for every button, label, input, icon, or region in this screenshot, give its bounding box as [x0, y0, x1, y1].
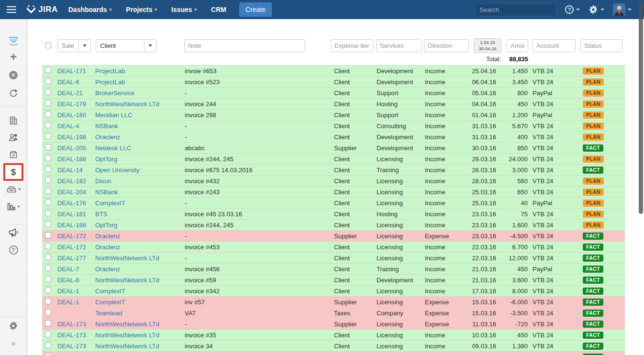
date-range-button[interactable]: 1.04.15 30.04.16	[474, 38, 501, 53]
table-row[interactable]: DEAL-4 NSBank - Client Consulting Income…	[42, 121, 625, 132]
client-link[interactable]: Netdesk LLC	[95, 144, 131, 152]
client-link[interactable]: Oraclenz	[95, 244, 120, 251]
table-row[interactable]: DEAL-188 OptTorg invoice #244, 245 Clien…	[42, 154, 625, 165]
client-link[interactable]: OptTorg	[95, 222, 117, 229]
row-checkbox[interactable]	[45, 342, 51, 348]
expense-items-filter-input[interactable]	[331, 39, 373, 52]
row-checkbox[interactable]	[45, 243, 51, 249]
settings-menu[interactable]	[588, 5, 604, 14]
table-row[interactable]: DEAL-172 Oraclenz - Supplier Licensing E…	[42, 231, 625, 242]
deal-link[interactable]: DEAL-182	[57, 178, 86, 185]
sale-filter-dropdown[interactable]: Sale	[57, 39, 91, 52]
search-input[interactable]	[476, 6, 567, 13]
table-row[interactable]: Teamlead - Office Company Expense 09.03.…	[42, 352, 625, 355]
amount-filter-input[interactable]	[507, 39, 528, 52]
client-link[interactable]: ComplexIT	[95, 288, 125, 295]
sidebar-crm-logo-icon[interactable]	[0, 34, 27, 46]
row-checkbox[interactable]	[45, 111, 51, 117]
row-checkbox[interactable]	[45, 166, 51, 172]
menu-item[interactable]: Projects ▾	[126, 6, 157, 13]
deal-link[interactable]: DEAL-172	[57, 244, 86, 251]
client-link[interactable]: NorthWestNetwork LTd	[95, 100, 159, 108]
client-link[interactable]: NSBank	[95, 189, 118, 196]
deal-link[interactable]: DEAL-198	[57, 133, 86, 141]
client-link[interactable]: Meridian LLC	[95, 111, 132, 119]
row-checkbox[interactable]	[45, 89, 51, 95]
user-menu[interactable]	[613, 3, 632, 16]
dropdown-arrow-icon[interactable]	[144, 40, 156, 52]
table-row[interactable]: DEAL-1 ComplexIT invoice #342 Client Lic…	[42, 286, 625, 297]
row-checkbox[interactable]	[45, 133, 51, 139]
table-row[interactable]: DEAL-173 NorthWestNetwork LTd - Supplier…	[42, 319, 625, 330]
deal-link[interactable]: DEAL-176	[57, 200, 86, 207]
deal-link[interactable]: DEAL-4	[57, 122, 79, 130]
sidebar-announcements-button[interactable]	[0, 228, 27, 238]
table-row[interactable]: DEAL-177 NorthWestNetwork LTd - Client L…	[42, 253, 625, 264]
table-row[interactable]: DEAL-182 Dixon invoice #432 Client Licen…	[42, 176, 625, 187]
row-checkbox[interactable]	[45, 353, 51, 355]
table-row[interactable]: DEAL-204 NSBank invoice #243 Client Lice…	[42, 187, 625, 198]
select-all-checkbox[interactable]	[45, 42, 51, 48]
row-checkbox[interactable]	[45, 254, 51, 260]
deal-link[interactable]: DEAL-181	[57, 211, 86, 218]
client-filter-dropdown[interactable]: Client	[96, 39, 156, 52]
deal-link[interactable]: DEAL-173	[57, 321, 86, 328]
account-filter-input[interactable]	[533, 39, 576, 52]
client-link[interactable]: Open University	[95, 166, 139, 174]
menu-item[interactable]: Issues ▾	[171, 6, 197, 13]
status-filter-input[interactable]	[580, 39, 622, 52]
client-link[interactable]: ProjectLab	[95, 78, 125, 86]
row-checkbox[interactable]	[45, 144, 51, 150]
table-row[interactable]: DEAL-172 Oraclenz invoice #453 Client Li…	[42, 242, 625, 253]
row-checkbox[interactable]	[45, 232, 51, 238]
deal-link[interactable]: DEAL-173	[57, 332, 86, 339]
client-link[interactable]: ProjectLab	[95, 67, 125, 75]
deal-link[interactable]: DEAL-6	[57, 78, 79, 86]
client-link[interactable]: Teamlead	[95, 310, 122, 317]
row-checkbox[interactable]	[45, 298, 51, 304]
table-row[interactable]: DEAL-179 NorthWestNetwork LTd invoice 24…	[42, 99, 625, 110]
scrollbar-thumb[interactable]	[639, 1, 643, 214]
sidebar-cancel-button[interactable]: ×	[0, 71, 27, 79]
row-checkbox[interactable]	[45, 287, 51, 293]
deal-link[interactable]: DEAL-188	[57, 222, 86, 229]
sidebar-expand-button[interactable]: »	[0, 339, 27, 348]
deal-link[interactable]: DEAL-205	[57, 144, 86, 152]
row-checkbox[interactable]	[45, 309, 51, 315]
menu-item[interactable]: CRM	[211, 6, 229, 13]
sidebar-item-companies[interactable]	[0, 116, 27, 125]
table-row[interactable]: DEAL-181 BTS invoice #45 23.03.16 Client…	[42, 209, 625, 220]
client-link[interactable]: Teamlead	[95, 354, 122, 355]
table-row[interactable]: DEAL-173 NorthWestNetwork LTd invoice 34…	[42, 341, 625, 352]
table-row[interactable]: DEAL-7 Oraclenz invoice #456 Client Trai…	[42, 264, 625, 275]
row-checkbox[interactable]	[45, 331, 51, 337]
row-checkbox[interactable]	[45, 276, 51, 282]
deal-link[interactable]: DEAL-188	[57, 155, 86, 163]
note-filter-input[interactable]	[184, 39, 305, 52]
client-link[interactable]: NorthWestNetwork LTd	[95, 277, 159, 284]
client-link[interactable]: NorthWestNetwork LTd	[95, 343, 159, 350]
jira-logo[interactable]: JIRA	[26, 4, 58, 15]
client-link[interactable]: NSBank	[95, 122, 118, 130]
row-checkbox[interactable]	[45, 210, 51, 216]
row-checkbox[interactable]	[45, 199, 51, 205]
client-link[interactable]: Oraclenz	[95, 133, 120, 141]
client-link[interactable]: Oraclenz	[95, 233, 120, 240]
client-link[interactable]: BrokerService	[95, 89, 134, 97]
deal-link[interactable]: DEAL-177	[57, 255, 86, 262]
sidebar-settings-button[interactable]	[0, 321, 27, 331]
row-checkbox[interactable]	[45, 100, 51, 106]
sidebar-item-contacts[interactable]	[0, 133, 27, 142]
deal-link[interactable]: DEAL-1	[57, 299, 79, 306]
client-link[interactable]: NorthWestNetwork LTd	[95, 255, 159, 262]
table-row[interactable]: DEAL-8 NorthWestNetwork LTd invoice #59 …	[42, 275, 625, 286]
client-link[interactable]: ComplexIT	[95, 299, 125, 306]
deal-link[interactable]: DEAL-7	[57, 266, 79, 273]
search-box[interactable]	[475, 3, 556, 16]
deal-link[interactable]: DEAL-204	[57, 189, 86, 196]
table-row[interactable]: DEAL-171 ProjectLab invoie #653 Client D…	[42, 66, 625, 77]
client-link[interactable]: NorthWestNetwork LTd	[95, 321, 159, 328]
sidebar-item-invoices[interactable]	[0, 185, 27, 193]
deal-link[interactable]: DEAL-172	[57, 233, 86, 240]
sidebar-item-transactions-selected[interactable]: $	[3, 163, 23, 181]
